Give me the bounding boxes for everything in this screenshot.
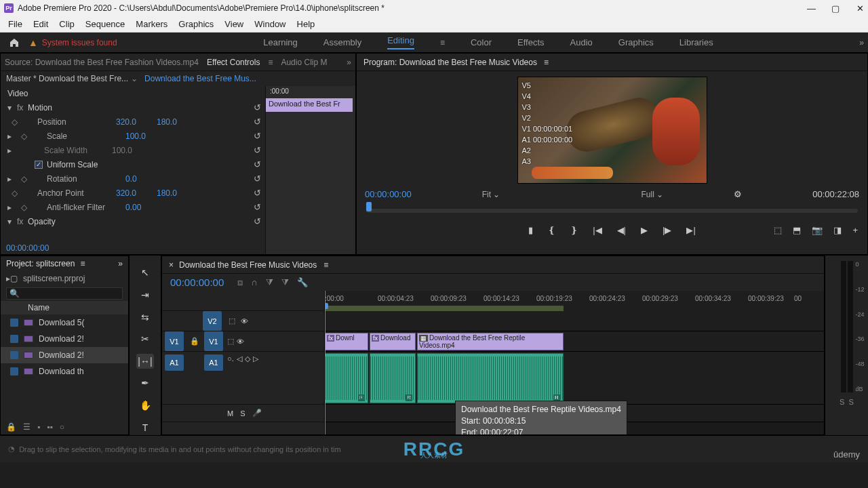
menu-edit[interactable]: Edit bbox=[28, 16, 54, 32]
keyframe-icon[interactable]: ◇ bbox=[7, 117, 21, 127]
twirl-icon[interactable]: ▾ bbox=[7, 217, 17, 226]
track-output-icon[interactable]: ⬚ bbox=[229, 317, 235, 325]
home-icon[interactable] bbox=[4, 37, 24, 48]
twirl-icon[interactable]: ▸ bbox=[7, 174, 17, 184]
twirl-icon[interactable]: ▸ bbox=[7, 203, 17, 212]
timeline-timecode[interactable]: 00:00:00:00 bbox=[170, 277, 224, 288]
project-item[interactable]: Download 5( bbox=[1, 314, 128, 331]
timeline-tracks-area[interactable]: :00:00 00:00:04:23 00:00:09:23 00:00:14:… bbox=[325, 291, 824, 434]
reset-icon[interactable]: ↺ bbox=[254, 216, 261, 226]
ec-clip-label[interactable]: Download the Best Free Mus... bbox=[144, 74, 256, 83]
minimize-button[interactable]: — bbox=[807, 3, 815, 14]
rotation-value[interactable]: 0.0 bbox=[125, 174, 166, 184]
add-keyframe-icon[interactable]: ◇ bbox=[245, 354, 250, 363]
tab-menu-icon[interactable]: ≡ bbox=[323, 260, 328, 270]
zoom-fit-select[interactable]: Fit ⌄ bbox=[482, 190, 500, 199]
workspace-libraries[interactable]: Libraries bbox=[679, 37, 713, 47]
system-warning[interactable]: ▲ System issues found bbox=[28, 37, 117, 48]
anchor-y[interactable]: 180.0 bbox=[157, 188, 197, 198]
slip-tool-icon[interactable]: |↔| bbox=[136, 354, 154, 369]
keyframe-icon[interactable]: ◇ bbox=[7, 188, 21, 198]
tab-program[interactable]: Program: Download the Best Free Music Vi… bbox=[363, 58, 537, 67]
tab-menu-icon[interactable]: ≡ bbox=[544, 58, 549, 67]
tab-overflow-icon[interactable]: » bbox=[347, 58, 351, 67]
export-frame-icon[interactable]: 📷 bbox=[812, 225, 823, 235]
freeform-view-icon[interactable]: ▪▪ bbox=[47, 422, 53, 432]
workspace-learning[interactable]: Learning bbox=[263, 37, 298, 47]
linked-selection-icon[interactable]: ∩ bbox=[251, 277, 257, 288]
lock-icon[interactable]: 🔒 bbox=[188, 337, 201, 346]
source-v1-label[interactable]: V1 bbox=[165, 331, 184, 351]
twirl-icon[interactable]: ▸ bbox=[7, 146, 17, 155]
close-button[interactable]: ✕ bbox=[856, 3, 864, 14]
hand-tool-icon[interactable]: ✋ bbox=[136, 398, 154, 413]
effect-controls-timeline[interactable]: :00:00 Download the Best Fr bbox=[265, 86, 355, 254]
tab-source[interactable]: Source: Download the Best Free Fashion V… bbox=[5, 58, 199, 67]
go-to-out-icon[interactable]: ▶| bbox=[686, 225, 695, 235]
track-visibility-icon[interactable]: 👁 bbox=[241, 317, 248, 325]
reset-icon[interactable]: ↺ bbox=[254, 117, 261, 127]
close-icon[interactable]: × bbox=[169, 260, 174, 270]
menu-sequence[interactable]: Sequence bbox=[80, 16, 131, 32]
icon-view-icon[interactable]: ▪ bbox=[37, 422, 40, 432]
menu-view[interactable]: View bbox=[219, 16, 249, 32]
program-scrubber[interactable] bbox=[357, 202, 867, 218]
zoom-slider-icon[interactable]: ○ bbox=[60, 422, 64, 432]
list-view-icon[interactable]: ☰ bbox=[23, 422, 31, 432]
lift-icon[interactable]: ⬚ bbox=[774, 225, 782, 235]
opacity-label[interactable]: Opacity bbox=[28, 217, 123, 226]
reset-icon[interactable]: ↺ bbox=[254, 174, 261, 184]
playhead-icon[interactable] bbox=[366, 202, 372, 211]
menu-file[interactable]: File bbox=[3, 16, 28, 32]
workspace-effects[interactable]: Effects bbox=[517, 37, 545, 47]
workspace-color[interactable]: Color bbox=[471, 37, 492, 47]
extract-icon[interactable]: ⬒ bbox=[793, 225, 801, 235]
menu-window[interactable]: Window bbox=[249, 16, 291, 32]
tab-menu-icon[interactable]: ≡ bbox=[268, 58, 273, 67]
menu-clip[interactable]: Clip bbox=[54, 16, 79, 32]
program-timecode-in[interactable]: 00:00:00:00 bbox=[365, 189, 412, 199]
workspace-menu-icon[interactable]: ≡ bbox=[440, 38, 445, 47]
solo-left-button[interactable]: S bbox=[840, 398, 844, 406]
snap-icon[interactable]: ⧈ bbox=[237, 277, 243, 288]
marker-icon[interactable]: ⧩ bbox=[266, 277, 273, 288]
settings-icon[interactable]: 🔧 bbox=[297, 277, 308, 288]
project-item[interactable]: Download 2! bbox=[1, 331, 128, 347]
play-icon[interactable]: ▶ bbox=[641, 225, 648, 235]
track-v2-lane[interactable] bbox=[325, 311, 824, 331]
project-search-input[interactable]: 🔍 bbox=[6, 287, 123, 300]
tab-sequence[interactable]: Download the Best Free Music Videos bbox=[179, 260, 317, 270]
prev-keyframe-icon[interactable]: ◁ bbox=[237, 354, 242, 363]
workspace-audio[interactable]: Audio bbox=[570, 37, 593, 47]
reset-icon[interactable]: ↺ bbox=[254, 202, 261, 212]
antiflicker-value[interactable]: 0.00 bbox=[125, 203, 166, 212]
timeline-audio-clip[interactable]: R bbox=[417, 353, 564, 403]
tab-overflow-icon[interactable]: » bbox=[118, 259, 123, 268]
timeline-ruler[interactable]: :00:00 00:00:04:23 00:00:09:23 00:00:14:… bbox=[325, 291, 824, 311]
workspace-assembly[interactable]: Assembly bbox=[323, 37, 361, 47]
track-solo-button[interactable]: S bbox=[240, 409, 245, 418]
chevron-down-icon[interactable]: ⌄ bbox=[131, 74, 138, 83]
timeline-audio-clip[interactable]: R bbox=[325, 353, 368, 403]
reset-icon[interactable]: ↺ bbox=[254, 159, 261, 169]
keyframe-icon[interactable]: ◇ bbox=[17, 131, 31, 141]
step-forward-icon[interactable]: |▶ bbox=[663, 225, 671, 235]
solo-right-button[interactable]: S bbox=[849, 398, 854, 406]
ripple-edit-tool-icon[interactable]: ⇆ bbox=[136, 309, 154, 325]
program-video[interactable]: V5V4V3V2V1 00:00:00:01A1 00:00:00:00A2A3 bbox=[517, 77, 707, 184]
fx-badge[interactable]: fx bbox=[17, 217, 28, 226]
track-keyframe-icon[interactable]: ○. bbox=[227, 354, 234, 363]
settings-icon[interactable]: ⚙ bbox=[734, 189, 742, 199]
timeline-clip[interactable]: fxDownload bbox=[370, 333, 416, 350]
type-tool-icon[interactable]: T bbox=[136, 420, 154, 435]
menu-markers[interactable]: Markers bbox=[130, 16, 173, 32]
track-visibility-icon[interactable]: 👁 bbox=[237, 338, 244, 346]
keyframe-icon[interactable]: ◇ bbox=[17, 174, 31, 184]
lock-icon[interactable]: 🔒 bbox=[6, 422, 16, 432]
selection-tool-icon[interactable]: ↖ bbox=[136, 265, 154, 281]
anchor-x[interactable]: 320.0 bbox=[116, 188, 157, 198]
track-a1-lane[interactable]: R R R Download the Best Free Reptile Vid… bbox=[325, 352, 824, 405]
workspace-editing[interactable]: Editing bbox=[387, 35, 414, 49]
mark-in-point-icon[interactable]: ❴ bbox=[548, 225, 555, 235]
track-a1-label[interactable]: A1 bbox=[204, 354, 223, 371]
